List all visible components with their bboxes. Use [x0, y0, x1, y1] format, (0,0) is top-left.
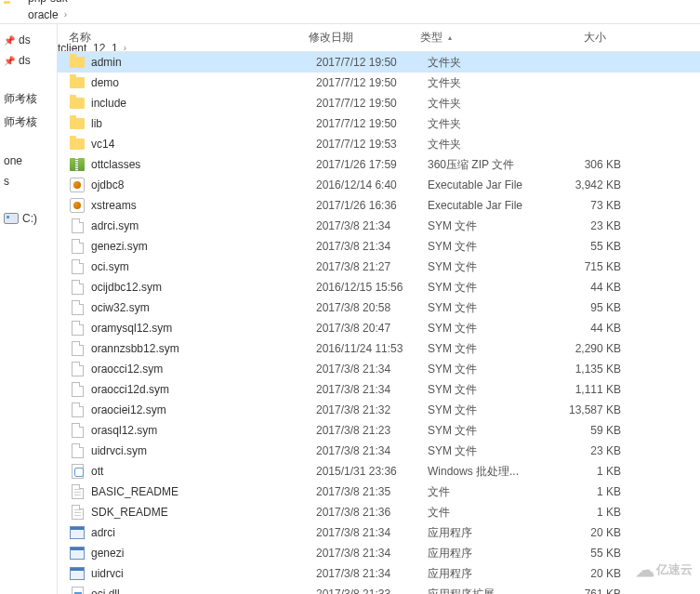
jar-icon — [69, 197, 86, 214]
file-name: ociw32.sym — [91, 301, 316, 314]
file-name: SDK_README — [91, 506, 316, 519]
nav-item-label: 师考核 — [4, 91, 37, 107]
file-row[interactable]: oraocci12.sym2017/3/8 21:34SYM 文件1,135 K… — [58, 359, 700, 379]
file-type: 文件夹 — [428, 116, 548, 132]
file-size: 761 KB — [548, 587, 621, 594]
file-type: Executable Jar File — [428, 178, 548, 191]
file-name: demo — [91, 76, 316, 89]
file-row[interactable]: oci.sym2017/3/8 21:27SYM 文件715 KB — [58, 257, 700, 277]
file-name: ott — [91, 465, 316, 478]
file-row[interactable]: ocijdbc12.sym2016/12/15 15:56SYM 文件44 KB — [58, 277, 700, 297]
file-type: SYM 文件 — [428, 300, 548, 316]
file-date: 2017/3/8 21:34 — [316, 547, 428, 560]
txt-icon — [69, 504, 86, 521]
file-name: orasql12.sym — [91, 424, 316, 437]
file-type: SYM 文件 — [428, 382, 548, 398]
breadcrumb-bar: 此电脑›本地磁盘 (C:)›php-sdk›oracle›x64›instant… — [0, 0, 700, 24]
file-row[interactable]: include2017/7/12 19:50文件夹 — [58, 93, 700, 113]
nav-drive-label: C:) — [22, 212, 37, 225]
file-type: SYM 文件 — [428, 341, 548, 357]
file-type: 文件夹 — [428, 96, 548, 112]
nav-item[interactable]: 师考核 — [0, 111, 57, 134]
pin-icon: 📌 — [4, 35, 15, 46]
file-row[interactable]: lib2017/7/12 19:50文件夹 — [58, 113, 700, 134]
file-row[interactable]: genezi.sym2017/3/8 21:34SYM 文件55 KB — [58, 236, 700, 257]
file-row[interactable]: BASIC_README2017/3/8 21:35文件1 KB — [58, 482, 700, 502]
file-type: SYM 文件 — [428, 280, 548, 296]
file-row[interactable]: ott2015/1/31 23:36Windows 批处理...1 KB — [58, 461, 700, 482]
file-size: 1,135 KB — [548, 363, 621, 376]
file-row[interactable]: oci.dll2017/3/8 21:33应用程序扩展761 KB — [58, 584, 700, 594]
file-row[interactable]: genezi2017/3/8 21:34应用程序55 KB — [58, 543, 700, 563]
folder-icon — [69, 54, 86, 71]
column-type[interactable]: 类型▴ — [411, 24, 532, 51]
nav-item[interactable]: 📌ds — [0, 50, 57, 71]
column-date[interactable]: 修改日期 — [299, 24, 411, 51]
file-icon — [69, 402, 86, 418]
file-date: 2017/7/12 19:53 — [316, 138, 428, 151]
file-row[interactable]: uidrvci.sym2017/3/8 21:34SYM 文件23 KB — [58, 441, 700, 461]
file-size: 1,111 KB — [548, 383, 621, 396]
folder-icon — [4, 4, 20, 20]
file-date: 2017/3/8 21:33 — [316, 587, 428, 594]
file-row[interactable]: oraocci12d.sym2017/3/8 21:34SYM 文件1,111 … — [58, 379, 700, 400]
nav-item[interactable]: s — [0, 171, 57, 191]
column-name[interactable]: 名称 — [58, 24, 299, 51]
file-icon — [69, 279, 86, 296]
nav-item[interactable]: 师考核 — [0, 87, 57, 111]
file-row[interactable]: ojdbc82016/12/14 6:40Executable Jar File… — [58, 175, 700, 195]
file-size: 44 KB — [548, 322, 621, 335]
file-name: oramysql12.sym — [91, 322, 316, 335]
exe-icon — [69, 524, 86, 541]
file-date: 2017/3/8 21:34 — [316, 240, 428, 253]
file-size: 20 KB — [548, 567, 621, 580]
file-date: 2017/3/8 21:34 — [316, 444, 428, 457]
file-row[interactable]: ottclasses2017/1/26 17:59360压缩 ZIP 文件306… — [58, 154, 700, 175]
file-type: 文件 — [428, 505, 548, 521]
file-type: Executable Jar File — [428, 199, 548, 212]
file-size: 1 KB — [548, 506, 621, 519]
file-row[interactable]: vc142017/7/12 19:53文件夹 — [58, 134, 700, 154]
file-row[interactable]: admin2017/7/12 19:50文件夹 — [58, 52, 700, 73]
file-icon — [69, 422, 86, 439]
file-type: SYM 文件 — [428, 218, 548, 234]
file-row[interactable]: orasql12.sym2017/3/8 21:23SYM 文件59 KB — [58, 420, 700, 441]
file-size: 3,942 KB — [548, 178, 621, 191]
file-row[interactable]: oramysql12.sym2017/3/8 20:47SYM 文件44 KB — [58, 318, 700, 338]
file-row[interactable]: orannzsbb12.sym2016/11/24 11:53SYM 文件2,2… — [58, 338, 700, 359]
file-row[interactable]: demo2017/7/12 19:50文件夹 — [58, 73, 700, 93]
file-row[interactable]: uidrvci2017/3/8 21:34应用程序20 KB — [58, 563, 700, 584]
file-name: ojdbc8 — [91, 178, 316, 191]
file-row[interactable]: adrci2017/3/8 21:34应用程序20 KB — [58, 522, 700, 543]
file-row[interactable]: adrci.sym2017/3/8 21:34SYM 文件23 KB — [58, 216, 700, 236]
column-size[interactable]: 大小 — [532, 24, 615, 51]
breadcrumb-item[interactable]: oracle — [26, 7, 60, 23]
file-type: SYM 文件 — [428, 239, 548, 255]
file-size: 1 KB — [548, 485, 621, 498]
file-date: 2016/12/15 15:56 — [316, 281, 428, 294]
file-name: uidrvci — [91, 567, 316, 580]
file-row[interactable]: xstreams2017/1/26 16:36Executable Jar Fi… — [58, 195, 700, 216]
navigation-pane: 📌ds📌ds 师考核师考核 ones C:) — [0, 24, 58, 594]
file-name: include — [91, 97, 316, 110]
file-date: 2017/3/8 20:58 — [316, 301, 428, 314]
file-row[interactable]: ociw32.sym2017/3/8 20:58SYM 文件95 KB — [58, 297, 700, 318]
file-type: 360压缩 ZIP 文件 — [428, 157, 548, 173]
file-date: 2015/1/31 23:36 — [316, 465, 428, 478]
nav-drive[interactable]: C:) — [0, 208, 57, 229]
file-icon — [69, 320, 86, 337]
file-size: 73 KB — [548, 199, 621, 212]
file-row[interactable]: oraociei12.sym2017/3/8 21:32SYM 文件13,587… — [58, 400, 700, 420]
txt-icon — [69, 483, 86, 500]
file-date: 2017/7/12 19:50 — [316, 76, 428, 89]
file-name: BASIC_README — [91, 485, 316, 498]
file-row[interactable]: SDK_README2017/3/8 21:36文件1 KB — [58, 502, 700, 522]
nav-item[interactable]: one — [0, 151, 57, 171]
file-name: xstreams — [91, 199, 316, 212]
nav-item[interactable]: 📌ds — [0, 30, 57, 50]
file-type: SYM 文件 — [428, 403, 548, 418]
file-list-pane: 名称 修改日期 类型▴ 大小 admin2017/7/12 19:50文件夹de… — [58, 24, 700, 594]
file-size: 23 KB — [548, 444, 621, 457]
file-list: admin2017/7/12 19:50文件夹demo2017/7/12 19:… — [58, 52, 700, 594]
file-icon — [69, 299, 86, 316]
